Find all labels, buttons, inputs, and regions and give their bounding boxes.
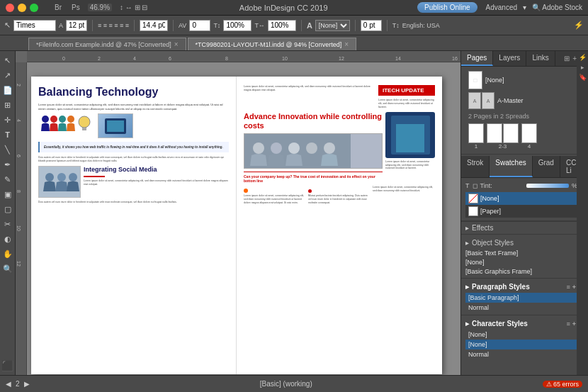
tab-file-info[interactable]: *FileInfo.com Example.indd @ 47% [Conver… — [28, 38, 186, 50]
paragraph-styles-menu[interactable]: ≡ — [566, 284, 570, 291]
tab-layout[interactable]: *TC9980201-LAYOUT-M1l.indd @ 94% [Conver… — [188, 38, 356, 50]
panel-grid-icon[interactable]: ⊞ — [564, 55, 570, 62]
swatches-tab[interactable]: Swatches — [490, 156, 532, 177]
offset-input[interactable] — [361, 20, 382, 31]
page-thumb-2-3[interactable]: 2-3 — [487, 123, 519, 150]
tracking-input[interactable] — [189, 20, 210, 31]
search-stock[interactable]: 🔍 Adobe Stock — [532, 4, 582, 11]
bottom-images: Integrating Social Media Lorem ipsum dol… — [38, 166, 229, 198]
office-image-1 — [38, 166, 81, 198]
char-none-item-1[interactable]: [None] — [465, 330, 584, 340]
paragraph-styles-add[interactable]: + — [572, 284, 576, 291]
page-thumbnails[interactable]: 1 2-3 4 — [465, 122, 584, 151]
rect-tool[interactable]: ▢ — [1, 203, 14, 215]
right-edge-icon-2[interactable]: ▸ — [581, 64, 584, 71]
language-label: English: USA — [402, 22, 440, 29]
tint-slider[interactable] — [526, 184, 569, 188]
gap-tool[interactable]: ⊞ — [1, 99, 14, 111]
selection-tool[interactable]: ↖ — [1, 54, 14, 67]
page-num-1: 1 — [475, 143, 477, 150]
object-styles-label: Object Styles — [472, 239, 580, 247]
frame-size-input[interactable] — [140, 20, 168, 31]
a-master-right-thumb: A — [482, 92, 494, 109]
effects-title[interactable]: ▸ Effects ≡ — [461, 222, 588, 234]
basic-paragraph-item[interactable]: [Basic Paragraph] — [465, 293, 584, 303]
photoshop-icon[interactable]: Ps — [69, 4, 82, 11]
normal-paragraph-item[interactable]: Normal — [465, 303, 584, 313]
error-badge[interactable]: ⚠ 65 errors — [543, 381, 582, 388]
content-tool[interactable]: ✛ — [1, 113, 14, 126]
swatch-paper-item[interactable]: [Paper] — [465, 205, 584, 218]
font-family-input[interactable] — [13, 20, 56, 31]
ruler-mark-left-6: 12 — [16, 261, 21, 267]
page-title: Balancing Technology — [38, 85, 229, 99]
publish-online-button[interactable]: Publish Online — [417, 2, 477, 13]
select-tool-icon[interactable]: ↖ — [4, 21, 11, 30]
maximize-button[interactable] — [30, 4, 38, 12]
social-body: Lorem ipsum dolor sit amet, consectetur … — [84, 179, 229, 186]
document-canvas[interactable]: Balancing Technology Lorem ipsum dolor s… — [27, 62, 460, 375]
zoom-tool[interactable]: 🔍 — [1, 262, 14, 275]
svg-point-11 — [253, 142, 264, 154]
body-text-2: Duis autem vel eum iriure dolor in hendr… — [38, 156, 229, 163]
hand-tool[interactable]: ✋ — [1, 247, 14, 260]
a-master-item[interactable]: A A A-Master — [465, 91, 584, 111]
links-tab[interactable]: Links — [526, 51, 555, 66]
grad-tab[interactable]: Grad — [533, 156, 560, 177]
pencil-tool[interactable]: ✎ — [1, 173, 14, 186]
char-none-item-2[interactable]: [None] — [465, 340, 584, 349]
layers-tab[interactable]: Layers — [493, 51, 526, 66]
pages-tab[interactable]: Pages — [461, 51, 493, 66]
stroke-tab[interactable]: Strok — [461, 156, 490, 177]
none-dropdown-wrapper[interactable]: [None] — [315, 20, 350, 31]
pen-tool[interactable]: ✒ — [1, 158, 14, 171]
workspace-label[interactable]: Advanced — [486, 4, 517, 11]
page-thumb-4[interactable]: 4 — [521, 123, 537, 150]
type-tool[interactable]: T — [1, 128, 14, 141]
character-styles-title[interactable]: ▸ Character Styles ≡ + 🗑 — [465, 318, 584, 330]
none-value-label[interactable]: [None] — [465, 259, 485, 266]
page-spread[interactable]: Balancing Technology Lorem ipsum dolor s… — [31, 77, 442, 374]
window-controls[interactable] — [6, 4, 38, 12]
direct-select-tool[interactable]: ↗ — [1, 69, 14, 82]
character-styles-add[interactable]: + — [572, 320, 576, 327]
basic-text-frame-label[interactable]: [Basic Text Frame] — [465, 250, 518, 257]
character-styles-menu[interactable]: ≡ — [566, 320, 570, 327]
tab-close-1[interactable]: × — [174, 40, 179, 48]
a-master-label-group: A A A-Master — [468, 92, 524, 109]
object-styles-title[interactable]: ▸ Object Styles ≡ — [465, 237, 584, 249]
line-tool[interactable]: ╲ — [1, 143, 14, 156]
tint-row: T ◻ Tint: % ▸ — [465, 181, 584, 191]
canvas-area[interactable]: 0 2 4 6 8 10 12 14 16 2 4 6 8 10 12 — [16, 51, 460, 375]
right-edge-icon-3[interactable]: 🔖 — [579, 74, 587, 81]
rect-frame-tool[interactable]: ▣ — [1, 188, 14, 201]
right-edge-icon-1[interactable]: ⚡ — [579, 54, 587, 61]
quick-apply-icon[interactable]: ⚡ — [574, 21, 584, 30]
scissors-tool[interactable]: ✂ — [1, 218, 14, 230]
orange-dot-1 — [244, 189, 248, 193]
right-edge-icons: ⚡ ▸ 🔖 — [577, 51, 588, 375]
fill-stroke-icon[interactable]: ⬛ — [1, 359, 14, 372]
minimize-button[interactable] — [18, 4, 26, 12]
scale-h-input[interactable] — [223, 20, 251, 31]
basic-graphics-label[interactable]: [Basic Graphics Frame] — [465, 268, 532, 275]
ruler-left: 2 4 6 8 10 12 — [16, 62, 27, 375]
next-page-button[interactable]: ▶ — [24, 380, 30, 388]
page-tool[interactable]: 📄 — [1, 84, 14, 96]
prev-page-button[interactable]: ◀ — [6, 380, 11, 388]
close-button[interactable] — [6, 4, 14, 12]
char-normal-item[interactable]: Normal — [465, 349, 584, 359]
ruler-mark-10: 10 — [282, 56, 288, 61]
none-select[interactable]: [None] — [315, 20, 350, 31]
page-thumb-1[interactable]: 1 — [468, 123, 484, 150]
swatch-none-item[interactable]: [None] × — [465, 192, 584, 205]
scale-v-input[interactable] — [268, 20, 296, 31]
paragraph-styles-title[interactable]: ▸ Paragraph Styles ≡ + 🗑 — [465, 281, 584, 293]
tab-close-2[interactable]: × — [344, 40, 349, 48]
none-master-item[interactable]: □ [None] — [465, 69, 584, 91]
gradient-tool[interactable]: ◐ — [1, 233, 14, 245]
svg-point-13 — [288, 142, 300, 154]
font-size-input[interactable] — [66, 20, 87, 31]
bridge-icon[interactable]: Br — [52, 4, 64, 11]
effects-label: Effects — [472, 224, 580, 232]
